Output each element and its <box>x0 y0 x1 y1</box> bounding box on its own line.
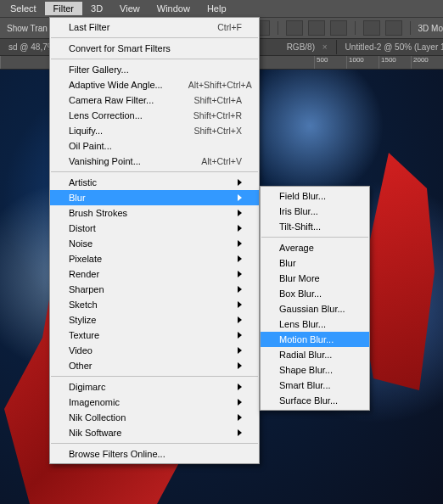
blur-submenu: Field Blur...Iris Blur...Tilt-Shift... A… <box>260 186 370 411</box>
menuitem-camera-raw-filter[interactable]: Camera Raw Filter...Shift+Ctrl+A <box>50 92 259 108</box>
tab-document-mid[interactable]: RGB/8) × <box>278 40 337 54</box>
chevron-right-icon <box>238 271 242 277</box>
close-icon[interactable]: × <box>322 42 328 52</box>
menuitem-imagenomic[interactable]: Imagenomic <box>50 395 259 410</box>
menuitem-stylize[interactable]: Stylize <box>50 312 259 328</box>
menuitem-liquify[interactable]: Liquify...Shift+Ctrl+X <box>50 123 259 138</box>
menuitem-label: Noise <box>69 238 221 249</box>
menuitem-last-filter[interactable]: Last Filter Ctrl+F <box>50 20 259 35</box>
menuitem-label: Camera Raw Filter... <box>69 95 168 105</box>
menuitem-shape-blur[interactable]: Shape Blur... <box>261 362 369 378</box>
menuitem-surface-blur[interactable]: Surface Blur... <box>261 393 369 408</box>
menuitem-label: Digimarc <box>69 382 221 392</box>
menuitem-blur-more[interactable]: Blur More <box>261 271 369 286</box>
chevron-right-icon <box>238 210 242 216</box>
chevron-right-icon <box>238 301 242 308</box>
menuitem-motion-blur[interactable]: Motion Blur... <box>261 332 369 347</box>
tab-document-right[interactable]: Untitled-2 @ 50% (Layer 1, RG <box>337 40 443 54</box>
divider <box>355 21 356 35</box>
menuitem-label: Vanishing Point... <box>69 156 176 166</box>
menuitem-label: Radial Blur... <box>279 350 352 360</box>
menuitem-shortcut: Shift+Ctrl+A <box>193 95 242 105</box>
menuitem-label: Render <box>69 269 221 279</box>
menuitem-label: Sketch <box>69 300 221 310</box>
chevron-right-icon <box>238 179 242 186</box>
ruler-origin <box>0 56 51 69</box>
menuitem-adaptive-wide-angle[interactable]: Adaptive Wide Angle...Alt+Shift+Ctrl+A <box>50 77 259 92</box>
menuitem-sketch[interactable]: Sketch <box>50 297 259 312</box>
menuitem-label: Iris Blur... <box>279 206 352 216</box>
menuitem-video[interactable]: Video <box>50 343 259 358</box>
arrange-icon[interactable] <box>385 20 402 36</box>
menuitem-brush-strokes[interactable]: Brush Strokes <box>50 205 259 221</box>
menuitem-lens-blur[interactable]: Lens Blur... <box>261 316 369 332</box>
menu-help[interactable]: Help <box>199 2 235 15</box>
distribute-icon[interactable] <box>286 20 303 36</box>
menu-filter[interactable]: Filter <box>45 2 82 15</box>
menu-select[interactable]: Select <box>2 2 45 15</box>
menuitem-gaussian-blur[interactable]: Gaussian Blur... <box>261 301 369 316</box>
menuitem-noise[interactable]: Noise <box>50 236 259 251</box>
menuitem-iris-blur[interactable]: Iris Blur... <box>261 204 369 219</box>
menuitem-label: Sharpen <box>69 284 221 294</box>
menuitem-sharpen[interactable]: Sharpen <box>50 282 259 297</box>
menuitem-digimarc[interactable]: Digimarc <box>50 379 259 395</box>
distribute-icon[interactable] <box>330 20 347 36</box>
menuitem-box-blur[interactable]: Box Blur... <box>261 286 369 301</box>
blur-group-2: AverageBlurBlur MoreBox Blur...Gaussian … <box>261 240 369 408</box>
menuitem-label: Distort <box>69 223 221 233</box>
chevron-right-icon <box>238 316 242 323</box>
menuitem-smart-blur[interactable]: Smart Blur... <box>261 378 369 393</box>
tab-label: RGB/8) <box>287 42 315 52</box>
menuitem-label: Nik Software <box>69 428 221 438</box>
arrange-icon[interactable] <box>363 20 380 36</box>
menu-view[interactable]: View <box>111 2 149 15</box>
menuitem-lens-correction[interactable]: Lens Correction...Shift+Ctrl+R <box>50 108 259 123</box>
menuitem-label: Pixelate <box>69 254 221 264</box>
menuitem-tilt-shift[interactable]: Tilt-Shift... <box>261 219 369 234</box>
menuitem-browse-filters[interactable]: Browse Filters Online... <box>50 446 259 462</box>
menu-divider <box>51 376 258 377</box>
menuitem-field-blur[interactable]: Field Blur... <box>261 188 369 204</box>
menuitem-label: Filter Gallery... <box>69 64 216 75</box>
chevron-right-icon <box>238 225 242 232</box>
menuitem-convert-smart-filters[interactable]: Convert for Smart Filters <box>50 41 259 56</box>
menuitem-nik-software[interactable]: Nik Software <box>50 425 259 440</box>
menuitem-artistic[interactable]: Artistic <box>50 175 259 190</box>
menuitem-blur[interactable]: Blur <box>261 255 369 271</box>
ruler-tick: 1500 <box>379 56 411 69</box>
menuitem-label: Nik Collection <box>69 412 221 423</box>
menuitem-render[interactable]: Render <box>50 266 259 282</box>
menuitem-label: Liquify... <box>69 126 168 136</box>
menuitem-texture[interactable]: Texture <box>50 328 259 343</box>
mode-3d-label: 3D Mo <box>418 24 443 33</box>
chevron-right-icon <box>238 194 242 201</box>
menuitem-label: Imagenomic <box>69 397 221 407</box>
chevron-right-icon <box>238 286 242 293</box>
menuitem-oil-paint[interactable]: Oil Paint... <box>50 138 259 154</box>
menuitem-label: Smart Blur... <box>279 380 352 390</box>
menuitem-shortcut: Shift+Ctrl+X <box>193 126 242 136</box>
filter-group-commands: Filter Gallery...Adaptive Wide Angle...A… <box>50 62 259 169</box>
menuitem-vanishing-point[interactable]: Vanishing Point...Alt+Ctrl+V <box>50 154 259 169</box>
chevron-right-icon <box>238 240 242 247</box>
menu-divider <box>51 59 258 59</box>
menuitem-other[interactable]: Other <box>50 358 259 373</box>
menu-3d[interactable]: 3D <box>82 2 111 15</box>
menuitem-label: Blur <box>279 258 352 268</box>
menu-divider <box>261 237 368 238</box>
menuitem-nik-collection[interactable]: Nik Collection <box>50 410 259 425</box>
menuitem-pixelate[interactable]: Pixelate <box>50 251 259 266</box>
menuitem-label: Average <box>279 243 352 253</box>
menuitem-blur[interactable]: Blur <box>50 190 259 205</box>
menuitem-shortcut: Alt+Shift+Ctrl+A <box>188 80 252 90</box>
filter-dropdown: Last Filter Ctrl+F Convert for Smart Fil… <box>49 17 260 464</box>
menuitem-radial-blur[interactable]: Radial Blur... <box>261 347 369 362</box>
chevron-right-icon <box>238 429 242 436</box>
menuitem-distort[interactable]: Distort <box>50 221 259 236</box>
menuitem-average[interactable]: Average <box>261 240 369 255</box>
menu-window[interactable]: Window <box>149 2 199 15</box>
menuitem-label: Shape Blur... <box>279 365 352 375</box>
distribute-icon[interactable] <box>308 20 325 36</box>
menuitem-filter-gallery[interactable]: Filter Gallery... <box>50 62 259 77</box>
